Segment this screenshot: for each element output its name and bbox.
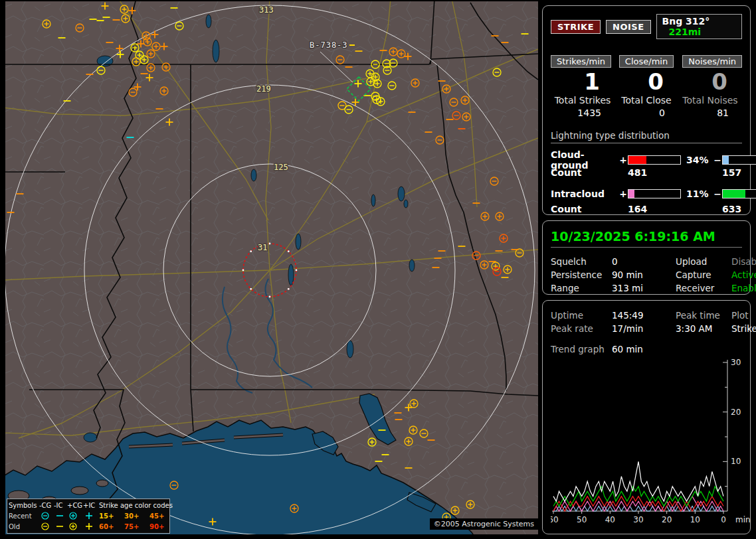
count-label: Count	[551, 167, 618, 178]
range-ring-label: 125	[274, 163, 288, 172]
lightning-distribution: Lightning type distribution Cloud-ground…	[551, 130, 742, 216]
cg-neg-bar	[722, 155, 756, 165]
datetime: 10/23/2025 6:19:16 AM	[551, 229, 742, 244]
strike-button[interactable]: STRIKE	[551, 20, 601, 34]
perf-cell: Uptime	[551, 309, 612, 322]
plus-sign: +	[618, 189, 628, 199]
strike-stats-panel: STRIKE NOISE Bng 312° 221mi Strikes/min …	[542, 5, 751, 215]
ic-pos-pct: 11%	[682, 189, 713, 199]
legend-symbol-p	[83, 511, 99, 520]
legend-col-header: +CG	[67, 502, 83, 509]
legend-col-header: +IC	[83, 502, 99, 509]
performance-panel: Uptime145:49Peak timePlotPeak rate17/min…	[542, 300, 751, 534]
y-tick-label: 20	[731, 408, 741, 417]
map-legend: Symbols-CG-IC+CG+ICStrike age color code…	[7, 499, 170, 534]
bearing-label: Bng 312°	[662, 16, 710, 27]
perf-cell: 145:49	[612, 309, 676, 322]
trend-series-pink	[553, 497, 723, 511]
x-tick-label: 20	[662, 515, 672, 524]
ic-pos-count: 164	[628, 204, 682, 214]
intracloud-label: Intracloud	[551, 189, 618, 199]
x-tick-label: 30	[633, 515, 643, 524]
cg-pos-bar	[628, 155, 681, 165]
legend-col-header: -IC	[54, 502, 67, 509]
status-cell: Range	[551, 281, 612, 295]
perf-row: Uptime145:49Peak timePlot	[551, 309, 742, 322]
noise-button[interactable]: NOISE	[606, 20, 651, 34]
range-ring-label: 219	[256, 84, 271, 94]
total-close-label: Total Close	[614, 95, 678, 106]
status-cell: Enabled	[731, 281, 756, 295]
total-close-value: 0	[614, 108, 678, 118]
status-cell: Capture	[676, 268, 731, 281]
copyright: ©2005 Astrogenic Systems	[430, 518, 538, 530]
ic-neg-bar	[722, 189, 756, 198]
legend-symbol-cm	[39, 522, 54, 531]
x-tick-label: 60	[551, 515, 559, 524]
status-cell: Upload	[676, 255, 731, 268]
legend-title: Symbols	[9, 502, 39, 509]
trend-graph-label: Trend graph	[551, 343, 612, 356]
y-tick-label: 10	[731, 457, 741, 466]
status-row: Squelch0UploadDisabled	[551, 255, 742, 268]
legend-age-code: 90+	[149, 523, 169, 530]
performance-rows: Uptime145:49Peak timePlotPeak rate17/min…	[551, 309, 742, 335]
legend-symbol-cp	[67, 511, 83, 520]
ic-neg-count: 633	[722, 204, 756, 214]
status-cell: Active	[731, 268, 756, 281]
perf-cell: Plot	[731, 309, 748, 322]
status-cell: Disabled	[731, 255, 756, 268]
status-cell: Persistence	[551, 268, 612, 281]
legend-symbol-m	[54, 511, 67, 520]
x-tick-label: 40	[605, 515, 615, 524]
perf-cell: Strike	[731, 322, 756, 335]
perf-cell: 3:30 AM	[676, 322, 731, 335]
status-cell: 313 mi	[612, 281, 676, 295]
distribution-title: Lightning type distribution	[551, 130, 742, 143]
status-cell: Receiver	[676, 281, 731, 295]
status-cell: Squelch	[551, 255, 612, 268]
total-strikes-value: 1435	[551, 108, 614, 118]
app-window: 31321912531 B-738-3 Symbols-CG-IC+CG+ICS…	[0, 0, 756, 539]
minus-sign: −	[713, 155, 722, 165]
trend-series-red	[553, 497, 723, 511]
legend-symbol-m	[54, 522, 67, 531]
total-strikes-label: Total Strikes	[551, 95, 614, 106]
legend-age-title: Strike age color codes	[99, 502, 169, 509]
y-tick-label: 30	[731, 358, 741, 367]
total-noises-value: 81	[678, 108, 742, 118]
perf-cell: 17/min	[612, 322, 676, 335]
x-axis-unit: min	[735, 515, 750, 524]
bearing-readout: Bng 312° 221mi	[656, 14, 742, 39]
status-panel: 10/23/2025 6:19:16 AM Squelch0UploadDisa…	[542, 220, 751, 295]
noises-per-min-value: 0	[678, 69, 742, 95]
perf-row: Peak rate17/min3:30 AMStrike	[551, 322, 742, 335]
legend-age-code: 75+	[124, 523, 149, 530]
range-ring-label: 31	[258, 243, 267, 252]
x-tick-label: 0	[721, 515, 726, 524]
minus-sign: −	[713, 189, 722, 199]
cg-pos-count: 481	[628, 167, 682, 178]
x-tick-label: 10	[690, 515, 700, 524]
plus-sign: +	[618, 155, 628, 165]
legend-symbol-cp	[67, 522, 83, 531]
legend-row-label: Old	[9, 523, 39, 530]
strikes-per-min-header: Strikes/min	[551, 55, 611, 68]
trend-graph-window: 60 min	[612, 343, 676, 356]
noises-per-min-header: Noises/min	[682, 55, 742, 68]
legend-col-header: -CG	[39, 502, 54, 509]
close-per-min-header: Close/min	[619, 55, 674, 68]
map[interactable]: 31321912531 B-738-3 Symbols-CG-IC+CG+ICS…	[5, 1, 538, 534]
strikes-per-min-value: 1	[551, 69, 614, 95]
legend-symbol-p	[83, 522, 99, 531]
bearing-distance: 221mi	[669, 27, 702, 37]
status-cell: 90 min	[612, 268, 676, 281]
status-rows: Squelch0UploadDisabledPersistence90 minC…	[551, 255, 742, 295]
cg-neg-count: 157	[722, 167, 756, 178]
legend-age-code: 15+	[99, 512, 124, 520]
cg-pos-pct: 34%	[682, 155, 713, 165]
count-label: Count	[551, 204, 618, 214]
total-noises-label: Total Noises	[678, 95, 742, 106]
legend-age-code: 30+	[124, 512, 149, 520]
perf-cell: Peak rate	[551, 322, 612, 335]
